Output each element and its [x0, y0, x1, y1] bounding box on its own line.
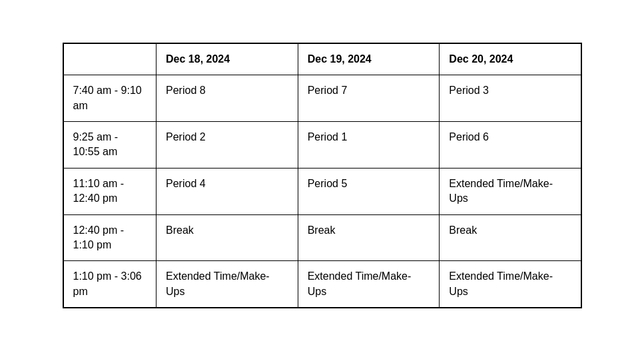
- table-row: 1:10 pm - 3:06 pmExtended Time/Make-UpsE…: [63, 261, 581, 308]
- header-col1: Dec 18, 2024: [157, 43, 298, 75]
- cell-col2-row4: Extended Time/Make-Ups: [298, 261, 440, 308]
- header-time: [63, 43, 157, 75]
- table-row: 9:25 am - 10:55 amPeriod 2Period 1Period…: [63, 122, 581, 169]
- header-col2: Dec 19, 2024: [298, 43, 440, 75]
- cell-col3-row3: Break: [440, 214, 581, 261]
- cell-col1-row4: Extended Time/Make-Ups: [157, 261, 298, 308]
- cell-col3-row2: Extended Time/Make-Ups: [440, 168, 581, 214]
- cell-col1-row1: Period 2: [157, 122, 298, 169]
- cell-col1-row3: Break: [157, 214, 298, 261]
- cell-col1-row0: Period 8: [157, 75, 298, 122]
- header-row: Dec 18, 2024 Dec 19, 2024 Dec 20, 2024: [63, 43, 581, 75]
- table-row: 7:40 am - 9:10 amPeriod 8Period 7Period …: [63, 75, 581, 122]
- cell-col3-row4: Extended Time/Make-Ups: [440, 261, 581, 308]
- cell-time-row3: 12:40 pm - 1:10 pm: [63, 214, 157, 261]
- cell-col2-row3: Break: [298, 214, 440, 261]
- cell-time-row0: 7:40 am - 9:10 am: [63, 75, 157, 122]
- header-col3: Dec 20, 2024: [440, 43, 581, 75]
- cell-col2-row2: Period 5: [298, 168, 440, 214]
- cell-col2-row0: Period 7: [298, 75, 440, 122]
- table-row: 11:10 am - 12:40 pmPeriod 4Period 5Exten…: [63, 168, 581, 214]
- cell-col2-row1: Period 1: [298, 122, 440, 169]
- schedule-container: Dec 18, 2024 Dec 19, 2024 Dec 20, 2024 7…: [63, 43, 582, 308]
- cell-time-row1: 9:25 am - 10:55 am: [63, 122, 157, 169]
- cell-col1-row2: Period 4: [157, 168, 298, 214]
- table-row: 12:40 pm - 1:10 pmBreakBreakBreak: [63, 214, 581, 261]
- cell-time-row2: 11:10 am - 12:40 pm: [63, 168, 157, 214]
- schedule-table: Dec 18, 2024 Dec 19, 2024 Dec 20, 2024 7…: [63, 43, 582, 308]
- cell-col3-row0: Period 3: [440, 75, 581, 122]
- cell-col3-row1: Period 6: [440, 122, 581, 169]
- cell-time-row4: 1:10 pm - 3:06 pm: [63, 261, 157, 308]
